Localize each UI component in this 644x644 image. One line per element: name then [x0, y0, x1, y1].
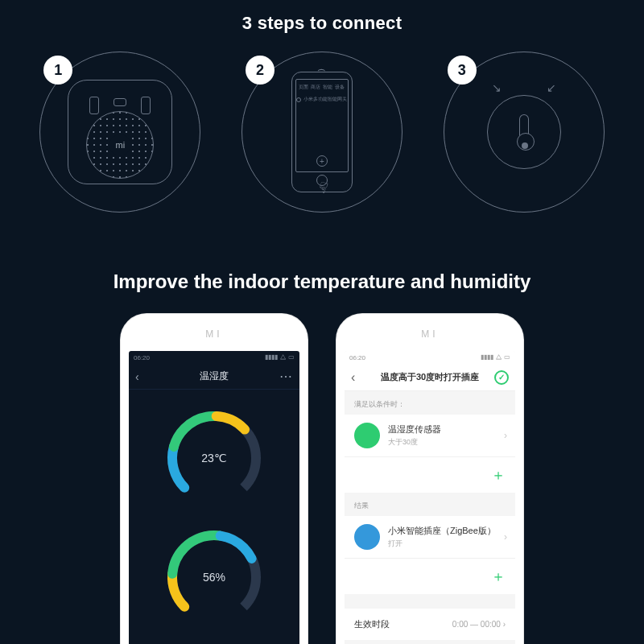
temperature-gauge: 23℃ [162, 406, 266, 510]
wifi-status-icon: ⧋ [280, 353, 286, 361]
thermometer-icon [519, 114, 529, 150]
status-bar: 06:20 ▮▮▮▮ ⧋ ▭ [345, 351, 515, 364]
wall-plug-icon: mi [68, 80, 172, 184]
step-badge-2: 2 [246, 56, 275, 85]
action-title: 小米智能插座（ZigBee版） [388, 525, 496, 537]
more-icon[interactable]: ⋯ [279, 369, 293, 384]
signal-icon: ▮▮▮▮ [265, 353, 278, 361]
step-badge-3: 3 [448, 56, 477, 85]
phone-brand: MI [121, 328, 308, 340]
phone-right: MI 06:20 ▮▮▮▮ ⧋ ▭ ‹ 温度高于30度时打开插座 ✓ 满足以条件… [336, 314, 523, 644]
plug-avatar-icon [354, 524, 380, 550]
gateway-speaker-icon: mi [86, 111, 154, 179]
status-bar: 06:20 ▮▮▮▮ ⧋ ▭ [129, 351, 299, 364]
temperature-value: 23℃ [162, 406, 266, 510]
time-value: 0:00 — 00:00 › [452, 620, 506, 629]
add-device-icon: + [316, 155, 328, 167]
status-time: 06:20 [349, 354, 365, 361]
chevron-right-icon: › [504, 430, 507, 441]
time-label: 生效时段 [354, 618, 390, 630]
back-icon[interactable]: ‹ [135, 370, 139, 383]
app-automation-rule: 06:20 ▮▮▮▮ ⧋ ▭ ‹ 温度高于30度时打开插座 ✓ 满足以条件时： [345, 351, 515, 644]
header-title: 温度高于30度时打开插座 [345, 371, 515, 383]
action-sub: 打开 [388, 539, 496, 549]
device-line: 小米多功能智能网关 [296, 96, 347, 103]
phone-left: MI 06:20 ▮▮▮▮ ⧋ ▭ ‹ 温湿度 ⋯ [121, 314, 308, 644]
effective-time-row[interactable]: 生效时段 0:00 — 00:00 › [345, 609, 515, 640]
add-action[interactable]: ＋ [345, 558, 515, 594]
phone-brand: MI [336, 328, 523, 340]
heading-improve: Improve the indoor temperature and humid… [0, 270, 644, 293]
battery-icon: ▭ [288, 353, 295, 361]
humidity-value: 56% [162, 525, 266, 630]
condition-sub: 大于30度 [388, 437, 441, 448]
mi-logo-icon: mi [109, 134, 130, 155]
phones-row: MI 06:20 ▮▮▮▮ ⧋ ▭ ‹ 温湿度 ⋯ [0, 314, 644, 644]
add-condition[interactable]: ＋ [345, 456, 515, 493]
action-card[interactable]: 小米智能插座（ZigBee版） 打开 › [345, 516, 515, 558]
step-badge-1: 1 [43, 56, 72, 85]
wifi-status-icon: ⧋ [496, 353, 502, 361]
step-1-plug-gateway: 1 mi [39, 52, 200, 213]
app-tabs: 页面 商店 智能 设备 [296, 84, 348, 91]
steps-row: 1 mi 2 ⌢ 页面 商店 智能 设备 小米多功能智能网关 + [0, 52, 644, 213]
plus-icon: ＋ [491, 567, 506, 586]
app-header: ‹ 温度高于30度时打开插座 ✓ [345, 364, 515, 391]
signal-icon: ▮▮▮▮ [481, 353, 493, 361]
battery-icon: ▭ [504, 353, 510, 361]
header-title: 温湿度 [200, 369, 229, 383]
heading-steps: 3 steps to connect [0, 13, 644, 34]
step-2-app-pair: 2 ⌢ 页面 商店 智能 设备 小米多功能智能网关 + ☟ [242, 52, 402, 213]
app-temperature-humidity: 06:20 ▮▮▮▮ ⧋ ▭ ‹ 温湿度 ⋯ [129, 351, 299, 644]
condition-card[interactable]: 温湿度传感器 大于30度 › [345, 415, 515, 456]
section-then-label: 结果 [345, 493, 515, 516]
section-if-label: 满足以条件时： [345, 391, 515, 415]
plus-icon: ＋ [491, 465, 506, 485]
step-3-press-sensor: 3 ↘↙ [444, 52, 605, 213]
status-time: 06:20 [134, 354, 150, 361]
phone-outline-icon: 页面 商店 智能 设备 小米多功能智能网关 + ☟ [291, 72, 353, 192]
condition-title: 温湿度传感器 [388, 423, 441, 436]
sensor-icon [487, 95, 561, 169]
sensor-avatar-icon [354, 423, 380, 448]
press-arrows-icon: ↘↙ [492, 81, 556, 94]
chevron-right-icon: › [504, 531, 507, 543]
humidity-gauge: 56% [162, 525, 266, 630]
confirm-icon[interactable]: ✓ [494, 370, 509, 385]
